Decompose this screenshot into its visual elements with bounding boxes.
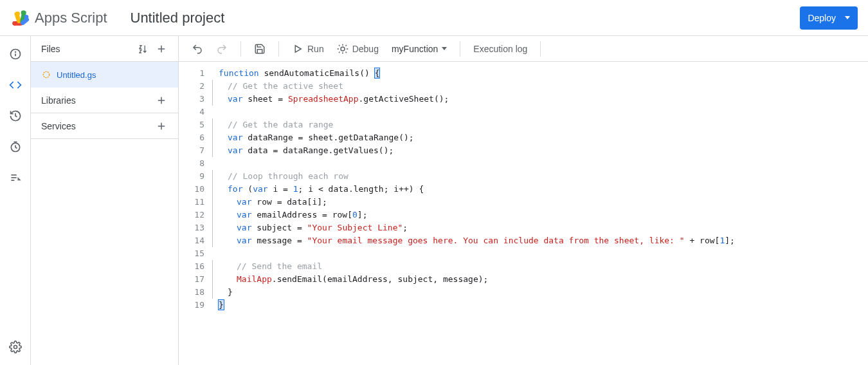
app-header: Apps Script Untitled project Deploy — [0, 0, 868, 36]
svg-point-18 — [43, 71, 49, 77]
separator — [240, 41, 241, 57]
redo-icon — [216, 43, 228, 55]
rail-settings[interactable] — [8, 339, 23, 355]
files-header: Files — [31, 36, 178, 62]
rail-editor[interactable] — [8, 77, 23, 93]
undo-button[interactable] — [186, 39, 208, 59]
code-lines[interactable]: function sendAutomaticEmails() {// Get t… — [210, 67, 868, 365]
file-name: Untitled.gs — [57, 70, 96, 80]
separator — [278, 41, 279, 57]
editor-toolbar: Run Debug myFunction Execution log — [179, 36, 868, 62]
services-label: Services — [41, 121, 152, 131]
code-icon — [9, 79, 22, 91]
product-name: Apps Script — [35, 10, 107, 26]
save-button[interactable] — [249, 39, 271, 59]
history-icon — [9, 109, 22, 122]
function-selector[interactable]: myFunction — [386, 39, 452, 59]
line-number-gutter: 12345678910111213141516171819 — [179, 67, 210, 365]
redo-button[interactable] — [211, 39, 233, 59]
sort-az-icon — [138, 43, 149, 55]
libraries-header: Libraries — [31, 88, 178, 113]
execution-log-label: Execution log — [473, 44, 527, 54]
project-title[interactable]: Untitled project — [131, 10, 225, 26]
svg-point-15 — [14, 346, 17, 349]
svg-point-10 — [15, 51, 15, 52]
svg-marker-23 — [295, 45, 301, 52]
svg-point-24 — [341, 47, 345, 51]
gs-file-icon — [41, 70, 51, 80]
libraries-label: Libraries — [41, 95, 152, 106]
rail-triggers[interactable] — [8, 139, 23, 154]
run-label: Run — [307, 44, 324, 54]
code-editor[interactable]: 12345678910111213141516171819 function s… — [179, 62, 868, 365]
clock-icon — [9, 140, 22, 153]
rail-executions[interactable] — [8, 108, 23, 124]
plus-icon — [156, 43, 167, 55]
files-panel: Files Untitled.gs Libraries Services — [31, 36, 179, 365]
debug-label: Debug — [352, 44, 379, 54]
sort-files-button[interactable] — [134, 40, 152, 58]
plus-icon — [156, 120, 167, 132]
services-header: Services — [31, 113, 178, 139]
editor-area: Run Debug myFunction Execution log 12345… — [179, 36, 868, 365]
add-service-button[interactable] — [152, 117, 170, 135]
gear-icon — [9, 341, 22, 353]
apps-script-logo-icon — [10, 8, 30, 28]
save-icon — [254, 43, 266, 55]
plus-icon — [156, 95, 167, 106]
selected-function: myFunction — [392, 44, 438, 54]
undo-icon — [192, 43, 203, 55]
rail-overview[interactable] — [8, 46, 23, 62]
file-item-untitled[interactable]: Untitled.gs — [31, 62, 178, 88]
deploy-label: Deploy — [808, 13, 836, 23]
separator — [460, 41, 460, 57]
add-library-button[interactable] — [152, 91, 170, 109]
play-icon — [292, 43, 303, 55]
files-label: Files — [41, 44, 134, 54]
caret-down-icon — [845, 16, 850, 19]
left-icon-rail — [0, 36, 31, 365]
run-button[interactable]: Run — [287, 39, 329, 59]
debug-icon — [337, 43, 348, 55]
product-logo[interactable]: Apps Script — [10, 8, 107, 28]
rail-project-settings[interactable] — [8, 170, 23, 185]
caret-down-icon — [442, 47, 447, 50]
execution-log-button[interactable]: Execution log — [468, 39, 532, 59]
info-icon — [9, 48, 22, 61]
debug-button[interactable]: Debug — [332, 39, 384, 59]
deploy-button[interactable]: Deploy — [800, 6, 858, 30]
add-file-button[interactable] — [152, 40, 170, 58]
separator — [540, 41, 541, 57]
list-icon — [9, 171, 22, 184]
